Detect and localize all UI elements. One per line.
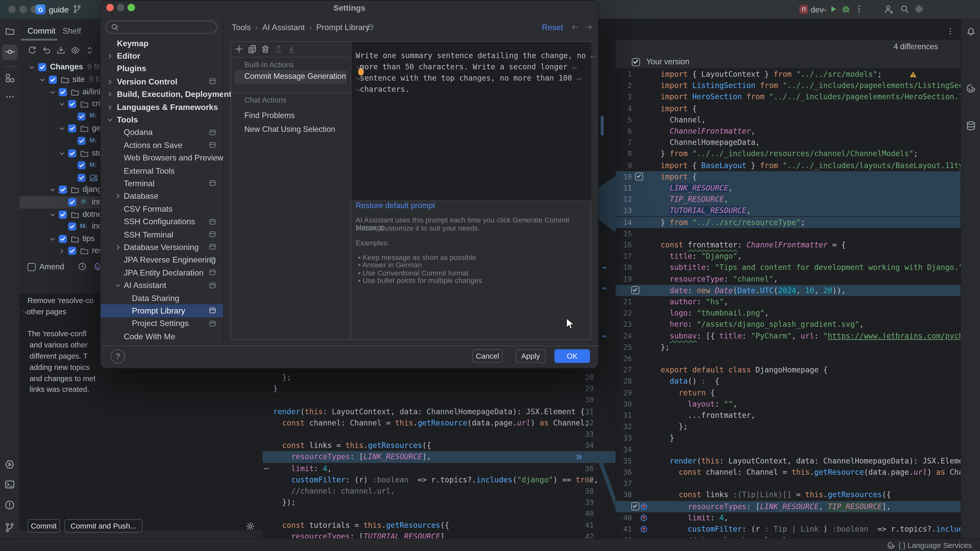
- breadcrumb-ai-assistant[interactable]: AI Assistant: [262, 22, 305, 32]
- prompt-text-editor[interactable]: Write one summary sentence detailing the…: [351, 42, 591, 201]
- settings-tree-item-jpa-entity-declaration[interactable]: JPA Entity Declaration: [100, 266, 223, 279]
- file-checkbox[interactable]: [59, 88, 67, 96]
- settings-tree-item-web-browsers-and-preview[interactable]: Web Browsers and Preview: [100, 151, 223, 164]
- back-icon[interactable]: [571, 23, 579, 32]
- breadcrumb[interactable]: Tools›AI Assistant›Prompt Library: [232, 22, 369, 32]
- ai-status-icon[interactable]: [887, 541, 896, 550]
- settings-tree-item-prompt-library[interactable]: Prompt Library: [100, 305, 223, 318]
- diff-more-icon[interactable]: [946, 26, 955, 36]
- commit-tool-icon[interactable]: [5, 47, 15, 57]
- file-checkbox[interactable]: [49, 76, 57, 84]
- action-item-find-problems[interactable]: Find Problems: [234, 110, 347, 123]
- file-checkbox[interactable]: [68, 198, 76, 206]
- file-checkbox[interactable]: [59, 235, 67, 243]
- debug-button[interactable]: [841, 4, 851, 14]
- database-tool-icon[interactable]: [966, 121, 977, 131]
- tab-commit[interactable]: Commit: [27, 26, 56, 36]
- export-action-button[interactable]: [274, 44, 283, 54]
- breadcrumb-prompt-library[interactable]: Prompt Library: [316, 22, 369, 32]
- structure-tool-icon[interactable]: [5, 73, 15, 83]
- action-item-commit-message-generation[interactable]: Commit Message Generation: [234, 70, 347, 84]
- services-tool-icon[interactable]: [4, 459, 15, 470]
- file-checkbox[interactable]: [78, 137, 86, 145]
- file-checkbox[interactable]: [68, 149, 76, 157]
- language-services-status[interactable]: { } Language Services: [899, 541, 972, 550]
- refresh-button[interactable]: [27, 46, 37, 55]
- commit-button[interactable]: Commit: [27, 519, 60, 533]
- tab-shelf[interactable]: Shelf: [62, 26, 81, 36]
- file-checkbox[interactable]: [68, 222, 76, 230]
- expand-all-button[interactable]: [85, 46, 94, 55]
- settings-tree-item-ssh-configurations[interactable]: SSH Configurations: [100, 215, 223, 228]
- settings-tree-item-jpa-reverse-engineering[interactable]: JPA Reverse Engineering: [100, 254, 223, 266]
- settings-tree-item-terminal[interactable]: Terminal: [100, 177, 223, 190]
- amend-checkbox[interactable]: [27, 263, 36, 271]
- file-checkbox[interactable]: [78, 173, 86, 182]
- cancel-button[interactable]: Cancel: [473, 349, 503, 363]
- settings-tree-item-ssh-terminal[interactable]: SSH Terminal: [100, 228, 223, 241]
- more-tools-icon[interactable]: [5, 92, 15, 102]
- settings-tree-item-project-settings[interactable]: Project Settings: [100, 318, 223, 330]
- history-icon[interactable]: [78, 262, 87, 271]
- settings-tree-item-code-with-me[interactable]: Code With Me: [100, 330, 223, 343]
- settings-tree-item-external-tools[interactable]: External Tools: [100, 164, 223, 177]
- file-checkbox[interactable]: [68, 124, 76, 133]
- file-checkbox[interactable]: [78, 112, 86, 121]
- file-checkbox[interactable]: [59, 210, 67, 218]
- breadcrumb-tools[interactable]: Tools: [232, 22, 251, 32]
- rollback-button[interactable]: [42, 46, 51, 55]
- reset-link[interactable]: Reset: [542, 22, 563, 32]
- file-checkbox[interactable]: [68, 247, 76, 255]
- file-checkbox[interactable]: [59, 186, 67, 194]
- settings-tree-item-tools[interactable]: Tools: [100, 113, 223, 126]
- eye-button[interactable]: [71, 46, 80, 55]
- change-checkbox[interactable]: [631, 502, 639, 510]
- download-tray-button[interactable]: [56, 46, 65, 55]
- commit-and-push-button[interactable]: Commit and Push...: [64, 519, 142, 533]
- duplicate-action-button[interactable]: [248, 44, 257, 54]
- settings-tree-item-database[interactable]: Database: [100, 190, 223, 203]
- run-button[interactable]: [829, 4, 838, 14]
- problems-tool-icon[interactable]: [4, 500, 15, 510]
- code-with-me-button[interactable]: [884, 4, 894, 14]
- import-action-button[interactable]: [287, 44, 296, 54]
- search-everywhere-button[interactable]: [900, 4, 910, 14]
- settings-tree-item-plugins[interactable]: Plugins: [100, 62, 223, 75]
- settings-tree-item-ai-assistant[interactable]: AI Assistant: [100, 279, 223, 292]
- settings-tree-item-actions-on-save[interactable]: Actions on Save: [100, 139, 223, 151]
- change-checkbox[interactable]: [635, 172, 643, 181]
- file-checkbox[interactable]: [38, 63, 46, 71]
- ai-assistant-tool-icon[interactable]: [966, 83, 977, 94]
- restore-default-prompt-link[interactable]: Restore default prompt: [355, 201, 435, 210]
- vcs-widget-icon[interactable]: [73, 4, 82, 14]
- settings-tree-item-csv-formats[interactable]: CSV Formats: [100, 203, 223, 215]
- project-tool-icon[interactable]: [5, 26, 15, 36]
- add-action-button[interactable]: [234, 44, 244, 54]
- settings-tree-item-qodana[interactable]: Qodana: [100, 126, 223, 139]
- settings-tree-item-languages-frameworks[interactable]: Languages & Frameworks: [100, 100, 223, 113]
- apply-change-icon[interactable]: [639, 502, 648, 511]
- settings-tree-item-editor[interactable]: Editor: [100, 49, 223, 62]
- file-checkbox[interactable]: [78, 161, 86, 169]
- delete-action-button[interactable]: [261, 44, 270, 54]
- apply-change-icon[interactable]: [639, 513, 648, 522]
- more-actions-button[interactable]: [854, 4, 864, 14]
- ok-button[interactable]: OK: [554, 349, 590, 363]
- ide-settings-button[interactable]: [915, 4, 924, 14]
- apply-button[interactable]: Apply: [515, 349, 546, 363]
- settings-tree-item-keymap[interactable]: Keymap: [100, 37, 223, 49]
- change-checkbox[interactable]: [631, 286, 639, 294]
- window-close-icon[interactable]: [8, 6, 16, 13]
- file-checkbox[interactable]: [68, 100, 76, 108]
- accept-change-chevron-icon[interactable]: [575, 453, 583, 461]
- settings-tree-item-data-sharing[interactable]: Data Sharing: [100, 292, 223, 305]
- settings-tree-item-version-control[interactable]: Version Control: [100, 75, 223, 88]
- commit-options-icon[interactable]: [245, 522, 255, 531]
- git-tool-icon[interactable]: [4, 522, 15, 533]
- notifications-icon[interactable]: [966, 25, 977, 36]
- window-minimize-icon[interactable]: [19, 6, 27, 13]
- help-button[interactable]: ?: [110, 349, 125, 364]
- settings-tree-item-database-versioning[interactable]: Database Versioning: [100, 241, 223, 254]
- settings-search-input[interactable]: [106, 21, 217, 34]
- action-item-new-chat-using-selection[interactable]: New Chat Using Selection: [234, 123, 347, 137]
